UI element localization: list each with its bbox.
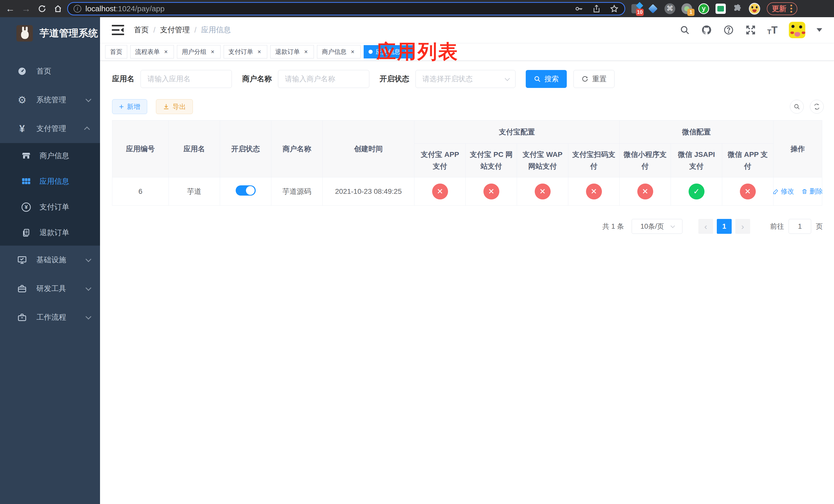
address-bar[interactable]: i localhost:1024/pay/app — [67, 2, 625, 15]
status-wechat-app-icon: ✕ — [740, 184, 756, 200]
chevron-down-icon — [671, 224, 675, 228]
search-icon — [793, 103, 800, 110]
enabled-toggle[interactable] — [236, 185, 256, 196]
col-header-actions: 操作 — [773, 120, 822, 177]
cell-merchant-name: 芋道源码 — [271, 177, 323, 206]
user-avatar[interactable] — [789, 22, 805, 38]
sidebar-item-dev-tools[interactable]: 研发工具 — [0, 274, 100, 303]
next-page-button[interactable]: › — [735, 219, 750, 234]
extension-badge: 1 — [687, 9, 695, 16]
browser-reload-button[interactable] — [36, 2, 49, 15]
col-header-enabled: 开启状态 — [220, 120, 271, 177]
extension-badge: 10 — [636, 9, 644, 16]
browser-profile-avatar[interactable] — [749, 3, 760, 14]
sidebar-item-app-info[interactable]: 应用信息 — [0, 169, 100, 194]
toggle-search-button[interactable] — [790, 100, 804, 114]
browser-back-button[interactable]: ← — [4, 2, 17, 15]
status-select[interactable]: 请选择开启状态 — [415, 70, 515, 88]
close-icon[interactable]: × — [163, 49, 169, 55]
header-search-icon[interactable] — [680, 25, 690, 35]
tab-user-group[interactable]: 用户分组× — [177, 45, 221, 59]
bookmark-star-icon[interactable] — [610, 4, 619, 13]
tab-home[interactable]: 首页 — [105, 45, 127, 59]
sidebar-item-payment[interactable]: ¥ 支付管理 — [0, 114, 100, 143]
extension-icon-3[interactable]: ⌘ — [664, 3, 676, 14]
sidebar-item-pay-orders[interactable]: ¥ 支付订单 — [0, 194, 100, 220]
extension-icon-5[interactable]: y — [698, 3, 709, 14]
edit-link[interactable]: 修改 — [773, 187, 794, 196]
logo-image — [16, 25, 33, 42]
browser-menu-icon[interactable] — [790, 5, 792, 13]
add-button[interactable]: + 新增 — [112, 99, 147, 114]
tab-merchant-info[interactable]: 商户信息× — [317, 45, 360, 59]
browser-home-button[interactable] — [51, 2, 65, 15]
col-header-app-id: 应用编号 — [112, 120, 169, 177]
reset-button[interactable]: 重置 — [573, 70, 614, 88]
search-button[interactable]: 搜索 — [526, 70, 567, 88]
font-size-icon[interactable]: TT — [767, 25, 777, 35]
tab-refund-orders[interactable]: 退款订单× — [270, 45, 314, 59]
chevron-down-icon — [505, 76, 510, 81]
sidebar-item-workflow[interactable]: 工作流程 — [0, 303, 100, 332]
col-header-alipay-pc: 支付宝 PC 网站支付 — [466, 143, 517, 177]
export-button[interactable]: 导出 — [156, 99, 193, 114]
app-title: 芋道管理系统 — [40, 27, 98, 40]
status-wechat-mini-icon: ✕ — [637, 184, 653, 200]
browser-update-button[interactable]: 更新 — [767, 2, 797, 15]
browser-toolbar: ← → i localhost:1024/pay/app 10 ⌘ 1 y — [0, 0, 834, 17]
col-header-alipay-wap: 支付宝 WAP 网站支付 — [517, 143, 568, 177]
help-icon[interactable] — [723, 25, 734, 36]
share-icon[interactable] — [592, 4, 601, 13]
close-icon[interactable]: × — [350, 49, 356, 55]
briefcase-icon — [16, 313, 28, 322]
sidebar-item-label: 支付订单 — [40, 202, 90, 212]
sidebar-item-merchant-info[interactable]: 商户信息 — [0, 143, 100, 169]
page-size-select[interactable]: 10条/页 — [632, 219, 682, 234]
github-icon[interactable] — [701, 25, 712, 36]
refresh-icon — [581, 75, 589, 83]
close-icon[interactable]: × — [256, 49, 262, 55]
toolbox-icon — [16, 284, 28, 294]
refresh-table-button[interactable] — [810, 100, 824, 114]
merchant-name-input[interactable] — [278, 70, 369, 88]
sidebar-item-label: 支付管理 — [37, 123, 86, 134]
page-1-button[interactable]: 1 — [717, 219, 732, 234]
password-key-icon[interactable] — [574, 4, 584, 13]
close-icon[interactable]: × — [303, 49, 309, 55]
col-header-create-time: 创建时间 — [323, 120, 414, 177]
col-header-wechat-app: 微信 APP 支付 — [722, 143, 773, 177]
site-info-icon[interactable]: i — [73, 5, 81, 13]
sidebar-item-system[interactable]: ⚙ 系统管理 — [0, 86, 100, 114]
close-icon[interactable]: × — [210, 49, 216, 55]
breadcrumb-payment[interactable]: 支付管理 — [160, 25, 190, 35]
sidebar-item-home[interactable]: 首页 — [0, 57, 100, 86]
caret-down-icon[interactable] — [816, 28, 822, 35]
sidebar-item-infrastructure[interactable]: 基础设施 — [0, 246, 100, 274]
edit-pencil-icon — [773, 188, 779, 194]
extension-icon-4[interactable]: 1 — [681, 3, 693, 14]
app-name-input[interactable] — [140, 70, 232, 88]
search-icon — [534, 75, 541, 83]
tab-pay-orders[interactable]: 支付订单× — [224, 45, 267, 59]
app-logo[interactable]: 芋道管理系统 — [0, 17, 100, 49]
extension-icon-1[interactable]: 10 — [630, 3, 642, 14]
sidebar-collapse-icon[interactable] — [112, 25, 124, 35]
extension-icon-2[interactable] — [647, 3, 659, 14]
fullscreen-icon[interactable] — [745, 25, 756, 36]
browser-forward-button[interactable]: → — [20, 2, 33, 15]
extensions-puzzle-icon[interactable] — [732, 3, 743, 14]
breadcrumb-home[interactable]: 首页 — [134, 25, 149, 35]
tags-view-bar: 首页 流程表单× 用户分组× 支付订单× 退款订单× 商户信息× 应用信息× — [100, 43, 834, 61]
status-label: 开启状态 — [379, 74, 409, 84]
tab-process-form[interactable]: 流程表单× — [130, 45, 174, 59]
delete-link[interactable]: 删除 — [802, 187, 823, 196]
breadcrumb-separator: / — [153, 26, 155, 35]
sidebar-item-label: 商户信息 — [40, 151, 90, 161]
prev-page-button[interactable]: ‹ — [698, 219, 713, 234]
home-icon — [53, 4, 62, 13]
sidebar-item-refund-orders[interactable]: 退款订单 — [0, 220, 100, 246]
filter-form: 应用名 商户名称 开启状态 请选择开启状态 搜索 重置 — [112, 70, 824, 88]
extension-icon-6[interactable] — [715, 3, 726, 14]
extension-icons: 10 ⌘ 1 y — [630, 3, 760, 14]
goto-page-input[interactable] — [789, 219, 811, 234]
